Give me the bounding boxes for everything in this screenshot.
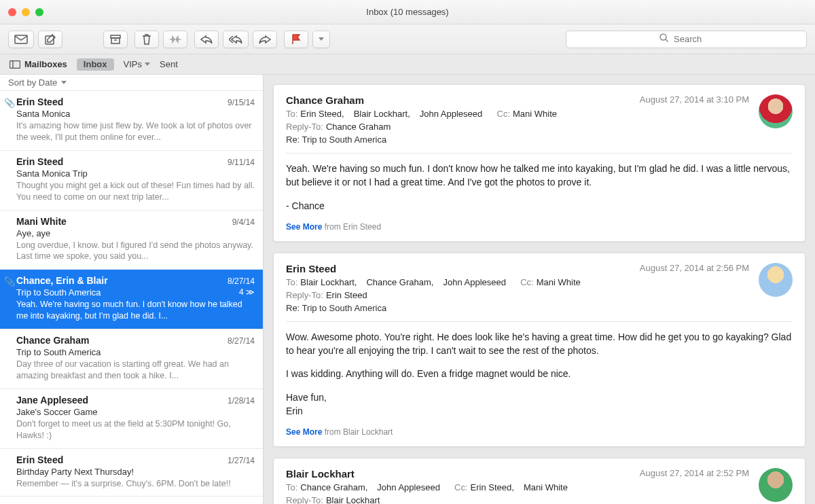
to-recipient[interactable]: John Appleseed <box>420 109 483 119</box>
message-row[interactable]: Mani White9/4/14Aye, ayeLong overdue, I … <box>0 211 263 270</box>
from-name[interactable]: Chance Graham <box>286 94 633 106</box>
show-mailboxes-button[interactable]: Mailboxes <box>10 59 67 69</box>
message-row[interactable]: Erin Steed9/11/14Santa Monica TripThough… <box>0 151 263 211</box>
message-subject: Trip to South America4 ≫ <box>16 287 255 298</box>
message-timestamp: August 27, 2014 at 2:56 PM <box>633 263 749 313</box>
message-date: 1/27/14 <box>228 456 255 465</box>
zoom-window-button[interactable] <box>35 8 43 16</box>
to-recipient[interactable]: Blair Lockhart, <box>354 109 410 119</box>
forward-button[interactable] <box>253 31 277 48</box>
see-more[interactable]: See More from Blair Lockhart <box>286 427 793 437</box>
message-row[interactable]: Chance Graham8/27/14Trip to South Americ… <box>0 329 263 389</box>
search-icon <box>659 33 668 42</box>
svg-point-4 <box>660 34 666 40</box>
junk-button[interactable] <box>163 31 187 48</box>
message-row[interactable]: 📎Chance, Erin & Blair8/27/14Trip to Sout… <box>0 270 263 329</box>
avatar[interactable] <box>759 263 793 297</box>
message-preview: Long overdue, I know. but I figured I'd … <box>16 240 255 263</box>
message-preview: Thought you might get a kick out of thes… <box>16 180 255 203</box>
get-mail-button[interactable] <box>8 31 34 48</box>
delete-button[interactable] <box>134 31 159 48</box>
body-paragraph: Yeah. We're having so much fun. I don't … <box>286 162 793 190</box>
message-preview: Don't forget to meet us at the field at … <box>16 418 255 442</box>
cc-recipient[interactable]: Mani White <box>524 482 568 492</box>
divider <box>286 321 793 322</box>
cc-recipient[interactable]: Erin Steed, <box>471 482 514 492</box>
close-window-button[interactable] <box>8 8 16 16</box>
to-recipient[interactable]: Erin Steed, <box>300 109 344 119</box>
message-subject: Santa Monica <box>16 109 255 119</box>
message-date: 9/11/14 <box>228 158 255 167</box>
cc-label: Cc: <box>454 482 468 492</box>
reply-all-button[interactable] <box>223 31 249 48</box>
reply-to-value[interactable]: Chance Graham <box>326 122 391 132</box>
message-date: 9/15/14 <box>228 98 255 107</box>
message-sender: Erin Steed <box>16 454 63 465</box>
to-recipient[interactable]: John Appleseed <box>443 277 506 287</box>
reply-to-value[interactable]: Blair Lockhart <box>326 495 380 504</box>
flag-menu-button[interactable] <box>312 31 330 48</box>
message-subject: Aye, aye <box>16 228 255 238</box>
compose-button[interactable] <box>38 31 62 48</box>
message-subject: Santa Monica Trip <box>16 168 255 179</box>
minimize-window-button[interactable] <box>22 8 30 16</box>
message-sender: Erin Steed <box>16 156 63 167</box>
reply-to-value[interactable]: Erin Steed <box>326 290 367 300</box>
message-sender: Chance, Erin & Blair <box>16 275 108 286</box>
vips-tab[interactable]: VIPs <box>124 59 150 69</box>
to-label: To: <box>286 482 297 492</box>
cc-recipient[interactable]: Mani White <box>537 277 581 287</box>
search-field[interactable] <box>566 31 807 48</box>
reply-button[interactable] <box>194 31 219 48</box>
avatar[interactable] <box>759 468 793 502</box>
avatar[interactable] <box>759 94 793 128</box>
message-date: 9/4/14 <box>232 217 255 227</box>
body-paragraph: Wow. Awesome photo. You're right. He doe… <box>286 330 793 358</box>
sent-tab[interactable]: Sent <box>160 59 178 69</box>
main-split: Sort by Date 📎Erin Steed9/15/14Santa Mon… <box>0 75 815 504</box>
sort-label: Sort by Date <box>8 77 57 88</box>
to-label: To: <box>286 109 297 119</box>
archive-button[interactable] <box>103 31 128 48</box>
message-list[interactable]: 📎Erin Steed9/15/14Santa MonicaIt's amazi… <box>0 91 263 504</box>
title-bar: Inbox (10 messages) <box>0 0 815 24</box>
reader-pane[interactable]: Chance GrahamTo:Erin Steed,Blair Lockhar… <box>264 75 815 504</box>
message-subject: Jake's Soccer Game <box>16 407 255 417</box>
message-timestamp: August 27, 2014 at 3:10 PM <box>633 94 749 145</box>
message-card: Chance GrahamTo:Erin Steed,Blair Lockhar… <box>273 84 805 242</box>
to-recipient[interactable]: John Appleseed <box>377 482 440 492</box>
attachment-icon: 📎 <box>4 276 15 287</box>
from-name[interactable]: Blair Lockhart <box>286 468 633 480</box>
message-row[interactable]: 📎Erin Steed9/15/14Santa MonicaIt's amazi… <box>0 91 263 151</box>
message-list-pane: Sort by Date 📎Erin Steed9/15/14Santa Mon… <box>0 75 264 504</box>
message-card: Blair LockhartTo:Chance Graham,John Appl… <box>273 458 805 504</box>
thread-count: 4 ≫ <box>239 287 255 297</box>
message-subject: Trip to South America <box>16 347 255 357</box>
favorites-bar: Mailboxes Inbox VIPs Sent <box>0 54 815 75</box>
to-recipient[interactable]: Blair Lockhart, <box>300 277 357 287</box>
message-sender: Jane Appleseed <box>16 395 88 406</box>
message-sender: Erin Steed <box>16 96 63 107</box>
to-recipient[interactable]: Chance Graham, <box>366 277 433 287</box>
cc-label: Cc: <box>497 109 511 119</box>
flag-button[interactable] <box>284 31 308 48</box>
message-card: Erin SteedTo:Blair Lockhart,Chance Graha… <box>273 253 805 447</box>
from-name[interactable]: Erin Steed <box>286 263 633 274</box>
reply-to-label: Reply-To: <box>286 290 323 300</box>
message-row[interactable]: Jane Appleseed1/28/14Jake's Soccer GameD… <box>0 389 263 449</box>
message-timestamp: August 27, 2014 at 2:52 PM <box>633 468 749 504</box>
message-row[interactable]: Erin Steed1/27/14Birthday Party Next Thu… <box>0 449 263 497</box>
inbox-tab[interactable]: Inbox <box>77 58 114 71</box>
message-preview: It's amazing how time just flew by. We t… <box>16 120 255 143</box>
reply-to-label: Reply-To: <box>286 495 323 504</box>
to-recipient[interactable]: Chance Graham, <box>300 482 367 492</box>
toolbar <box>0 24 815 54</box>
cc-label: Cc: <box>520 277 534 287</box>
chevron-down-icon <box>319 37 324 41</box>
message-date: 8/27/14 <box>228 336 255 346</box>
cc-recipient[interactable]: Mani White <box>513 109 557 119</box>
sort-button[interactable]: Sort by Date <box>0 75 263 91</box>
search-input[interactable] <box>672 33 713 45</box>
see-more[interactable]: See More from Erin Steed <box>286 222 793 232</box>
message-body: Wow. Awesome photo. You're right. He doe… <box>286 330 793 418</box>
